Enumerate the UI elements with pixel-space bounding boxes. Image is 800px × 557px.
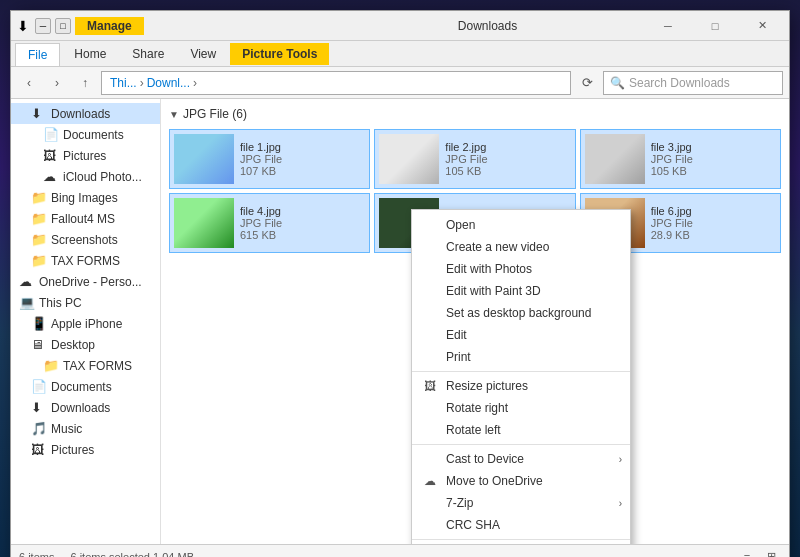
sidebar-item-downloads[interactable]: ⬇Downloads bbox=[11, 103, 160, 124]
ctx-item-edit-paint3d[interactable]: Edit with Paint 3D bbox=[412, 280, 630, 302]
sidebar-label-screenshots: Screenshots bbox=[51, 233, 118, 247]
up-button[interactable]: ↑ bbox=[73, 71, 97, 95]
sidebar-label-bing: Bing Images bbox=[51, 191, 118, 205]
item-count: 6 items bbox=[19, 551, 54, 558]
manage-tab-label[interactable]: Manage bbox=[75, 17, 144, 35]
refresh-button[interactable]: ⟳ bbox=[575, 71, 599, 95]
ctx-item-crc-sha[interactable]: CRC SHA bbox=[412, 514, 630, 536]
sidebar-item-fallout4[interactable]: 📁Fallout4 MS bbox=[11, 208, 160, 229]
ctx-label-rotate-right: Rotate right bbox=[446, 401, 618, 415]
file-name-f2: file 2.jpg bbox=[445, 141, 570, 153]
search-box[interactable]: 🔍 Search Downloads bbox=[603, 71, 783, 95]
sidebar-item-pictures2[interactable]: 🖼Pictures bbox=[11, 439, 160, 460]
ctx-label-edit-photos: Edit with Photos bbox=[446, 262, 618, 276]
ctx-separator-16 bbox=[412, 539, 630, 540]
ctx-item-cast[interactable]: Cast to Device › bbox=[412, 448, 630, 470]
ctx-icon-resize: 🖼 bbox=[424, 379, 440, 393]
ctx-label-open: Open bbox=[446, 218, 618, 232]
close-button[interactable]: ✕ bbox=[739, 11, 785, 41]
file-size-f2: 105 KB bbox=[445, 165, 570, 177]
ctx-item-rotate-left[interactable]: Rotate left bbox=[412, 419, 630, 441]
sidebar-label-fallout4: Fallout4 MS bbox=[51, 212, 115, 226]
address-box[interactable]: Thi... › Downl... › bbox=[101, 71, 571, 95]
app-icon: ⬇ bbox=[15, 18, 31, 34]
ctx-item-set-desktop[interactable]: Set as desktop background bbox=[412, 302, 630, 324]
sidebar-item-documents2[interactable]: 📄Documents bbox=[11, 376, 160, 397]
file-type-f3: JPG File bbox=[651, 153, 776, 165]
ctx-label-print: Print bbox=[446, 350, 618, 364]
sidebar-item-pictures[interactable]: 🖼Pictures bbox=[11, 145, 160, 166]
tab-share[interactable]: Share bbox=[120, 43, 176, 65]
file-size-f4: 615 KB bbox=[240, 229, 365, 241]
ctx-item-move-onedrive[interactable]: ☁ Move to OneDrive bbox=[412, 470, 630, 492]
quick-access-btn[interactable]: ─ bbox=[35, 18, 51, 34]
sidebar-item-screenshots[interactable]: 📁Screenshots bbox=[11, 229, 160, 250]
sidebar-icon-documents: 📄 bbox=[43, 127, 59, 142]
sidebar-item-taxforms[interactable]: 📁TAX FORMS bbox=[11, 250, 160, 271]
file-info-f1: file 1.jpg JPG File 107 KB bbox=[240, 141, 365, 177]
file-item-f4[interactable]: file 4.jpg JPG File 615 KB bbox=[169, 193, 370, 253]
grid-view-btn[interactable]: ⊞ bbox=[761, 548, 781, 558]
ctx-item-7zip[interactable]: 7-Zip › bbox=[412, 492, 630, 514]
back-button[interactable]: ‹ bbox=[17, 71, 41, 95]
sidebar-item-onedrive[interactable]: ☁OneDrive - Perso... bbox=[11, 271, 160, 292]
selected-info: 6 items selected 1.04 MB bbox=[70, 551, 194, 558]
tab-file[interactable]: File bbox=[15, 43, 60, 66]
forward-button[interactable]: › bbox=[45, 71, 69, 95]
file-item-f3[interactable]: file 3.jpg JPG File 105 KB bbox=[580, 129, 781, 189]
sidebar-label-icloud: iCloud Photo... bbox=[63, 170, 142, 184]
ctx-item-edit[interactable]: Edit bbox=[412, 324, 630, 346]
sidebar-item-desktop[interactable]: 🖥Desktop bbox=[11, 334, 160, 355]
minimize-button[interactable]: ─ bbox=[645, 11, 691, 41]
file-explorer-window: ⬇ ─ □ Manage Downloads ─ □ ✕ File Home S… bbox=[10, 10, 790, 557]
ctx-item-open[interactable]: Open bbox=[412, 214, 630, 236]
maximize-button[interactable]: □ bbox=[692, 11, 738, 41]
ctx-item-print[interactable]: Print bbox=[412, 346, 630, 368]
ctx-item-create-video[interactable]: Create a new video bbox=[412, 236, 630, 258]
tab-view[interactable]: View bbox=[178, 43, 228, 65]
sidebar-icon-taxforms: 📁 bbox=[31, 253, 47, 268]
ctx-item-edit-photos[interactable]: Edit with Photos bbox=[412, 258, 630, 280]
sidebar-label-onedrive: OneDrive - Perso... bbox=[39, 275, 142, 289]
ctx-label-cast: Cast to Device bbox=[446, 452, 618, 466]
title-bar: ⬇ ─ □ Manage Downloads ─ □ ✕ bbox=[11, 11, 789, 41]
properties-btn[interactable]: □ bbox=[55, 18, 71, 34]
sidebar-item-music[interactable]: 🎵Music bbox=[11, 418, 160, 439]
tab-picture-tools[interactable]: Picture Tools bbox=[230, 43, 329, 65]
file-thumb-f1 bbox=[174, 134, 234, 184]
sidebar-item-tax-forms2[interactable]: 📁TAX FORMS bbox=[11, 355, 160, 376]
ctx-item-resize[interactable]: 🖼 Resize pictures bbox=[412, 375, 630, 397]
sidebar-item-documents[interactable]: 📄Documents bbox=[11, 124, 160, 145]
file-item-f2[interactable]: file 2.jpg JPG File 105 KB bbox=[374, 129, 575, 189]
section-toggle[interactable]: ▼ bbox=[169, 109, 179, 120]
file-type-f2: JPG File bbox=[445, 153, 570, 165]
list-view-btn[interactable]: ≡ bbox=[737, 548, 757, 558]
sidebar-icon-onedrive: ☁ bbox=[19, 274, 35, 289]
address-bar: ‹ › ↑ Thi... › Downl... › ⟳ 🔍 Search Dow… bbox=[11, 67, 789, 99]
sidebar-label-apple-iphone: Apple iPhone bbox=[51, 317, 122, 331]
ctx-separator-11 bbox=[412, 444, 630, 445]
sidebar-label-thispc: This PC bbox=[39, 296, 82, 310]
file-item-f1[interactable]: file 1.jpg JPG File 107 KB bbox=[169, 129, 370, 189]
sidebar-item-downloads2[interactable]: ⬇Downloads bbox=[11, 397, 160, 418]
ctx-item-notepad[interactable]: 📝 Edit with Notepad++ bbox=[412, 543, 630, 544]
ctx-item-rotate-right[interactable]: Rotate right bbox=[412, 397, 630, 419]
file-type-f6: JPG File bbox=[651, 217, 776, 229]
tab-home[interactable]: Home bbox=[62, 43, 118, 65]
sidebar-item-icloud[interactable]: ☁iCloud Photo... bbox=[11, 166, 160, 187]
ctx-label-edit-paint3d: Edit with Paint 3D bbox=[446, 284, 618, 298]
sidebar-label-downloads: Downloads bbox=[51, 107, 110, 121]
ctx-label-rotate-left: Rotate left bbox=[446, 423, 618, 437]
addr-part-1[interactable]: Thi... bbox=[110, 76, 137, 90]
file-info-f6: file 6.jpg JPG File 28.9 KB bbox=[651, 205, 776, 241]
addr-part-2[interactable]: Downl... bbox=[147, 76, 190, 90]
file-size-f3: 105 KB bbox=[651, 165, 776, 177]
sidebar-label-tax-forms2: TAX FORMS bbox=[63, 359, 132, 373]
sidebar-item-bing[interactable]: 📁Bing Images bbox=[11, 187, 160, 208]
sidebar-icon-screenshots: 📁 bbox=[31, 232, 47, 247]
sidebar-item-apple-iphone[interactable]: 📱Apple iPhone bbox=[11, 313, 160, 334]
ctx-label-create-video: Create a new video bbox=[446, 240, 618, 254]
sidebar-icon-desktop: 🖥 bbox=[31, 337, 47, 352]
sidebar-item-thispc[interactable]: 💻This PC bbox=[11, 292, 160, 313]
file-thumb-f2 bbox=[379, 134, 439, 184]
